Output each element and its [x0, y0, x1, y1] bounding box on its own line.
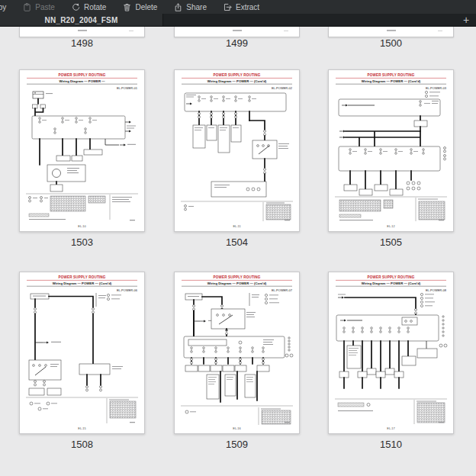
tab-title: NN_R20_2004_FSM [45, 16, 118, 24]
page-corner-smudge [129, 31, 133, 31]
toolbar-button-copy-label: Copy [0, 3, 6, 11]
toolbar-button-delete[interactable]: Delete [123, 3, 157, 11]
schematic-drawing [181, 293, 293, 425]
page-number-label: 1500 [328, 38, 454, 49]
page-subtitle: Wiring Diagram — POWER — (Cont'd) [207, 281, 267, 285]
thumbnail-page-1510[interactable]: POWER SUPPLY ROUTING Wiring Diagram — PO… [328, 272, 454, 434]
page-subtitle: Wiring Diagram — POWER — (Cont'd) [362, 281, 421, 285]
page-number-label: 1510 [328, 439, 454, 450]
tab-active-document[interactable]: NN_R20_2004_FSM [0, 14, 163, 26]
extract-icon [224, 3, 232, 11]
toolbar-button-share[interactable]: Share [174, 3, 207, 11]
diagram-code: EL-POWER-03 [426, 86, 447, 90]
toolbar-button-extract[interactable]: Extract [224, 3, 259, 11]
thumbnail-page-1509[interactable]: POWER SUPPLY ROUTING Wiring Diagram — PO… [174, 272, 300, 434]
diagram-code: EL-POWER-08 [426, 288, 447, 292]
page-footer-smudge [78, 30, 87, 31]
page-footer-code: EL-12 [387, 224, 394, 228]
toolbar-button-copy[interactable]: Copy [0, 3, 6, 11]
wiring-diagram-el-power-08: POWER SUPPLY ROUTING Wiring Diagram — PO… [329, 272, 453, 433]
schematic-drawing [26, 293, 138, 423]
thumbnail-page-1503[interactable]: POWER SUPPLY ROUTING Wiring Diagram — PO… [19, 69, 145, 232]
plus-icon: + [463, 14, 469, 26]
page-subtitle: Wiring Diagram — POWER — (Cont'd) [53, 281, 112, 285]
page-number-label: 1504 [174, 237, 300, 248]
thumbnail-page-1508[interactable]: POWER SUPPLY ROUTING Wiring Diagram — PO… [19, 272, 145, 434]
page-footer-code: EL-17 [387, 426, 394, 430]
page-number-label: 1509 [174, 439, 300, 450]
page-header-title: POWER SUPPLY ROUTING [59, 73, 106, 77]
toolbar-button-paste-label: Paste [35, 3, 55, 11]
page-corner-smudge [438, 31, 442, 31]
delete-icon [123, 3, 131, 11]
tab-bar: NN_R20_2004_FSM + [0, 14, 476, 27]
page-footer-code: EL-16 [233, 426, 240, 430]
wiring-diagram-el-power-07: POWER SUPPLY ROUTING Wiring Diagram — PO… [175, 272, 299, 433]
thumbnail-strip-1498[interactable] [19, 27, 145, 37]
thumbnail-page-1505[interactable]: POWER SUPPLY ROUTING Wiring Diagram — PO… [328, 69, 454, 232]
schematic-drawing [335, 91, 447, 221]
page-number-label: 1498 [19, 38, 145, 49]
wiring-diagram-el-power-01: POWER SUPPLY ROUTING Wiring Diagram — PO… [20, 70, 144, 231]
thumbnail-grid: 1498 1499 1500 POWER SUPPLY ROUTING Wiri… [0, 27, 476, 476]
page-footer-smudge [233, 30, 242, 31]
page-number-label: 1505 [328, 237, 454, 248]
thumbnail-strip-1500[interactable] [328, 27, 454, 37]
page-footer-code: EL-10 [78, 224, 86, 228]
page-header-title: POWER SUPPLY ROUTING [214, 275, 261, 279]
page-footer-code: EL-11 [233, 224, 240, 228]
diagram-code: EL-POWER-06 [117, 288, 138, 292]
diagram-code: EL-POWER-07 [272, 288, 293, 292]
wiring-diagram-el-power-02: POWER SUPPLY ROUTING Wiring Diagram — PO… [175, 70, 299, 231]
wiring-diagram-el-power-06: POWER SUPPLY ROUTING Wiring Diagram — PO… [20, 272, 144, 433]
rotate-icon [72, 3, 80, 11]
diagram-code: EL-POWER-01 [117, 86, 138, 90]
schematic-drawing [335, 293, 447, 424]
thumbnail-page-1504[interactable]: POWER SUPPLY ROUTING Wiring Diagram — PO… [174, 69, 300, 232]
toolbar-button-rotate[interactable]: Rotate [72, 3, 106, 11]
thumbnail-strip-1499[interactable] [174, 27, 300, 37]
toolbar-button-share-label: Share [186, 3, 207, 11]
page-header-title: POWER SUPPLY ROUTING [368, 73, 415, 77]
wiring-diagram-el-power-03: POWER SUPPLY ROUTING Wiring Diagram — PO… [329, 70, 453, 231]
toolbar-button-rotate-label: Rotate [84, 3, 106, 11]
page-footer-code: EL-15 [78, 426, 85, 430]
page-header-title: POWER SUPPLY ROUTING [214, 73, 261, 77]
share-icon [174, 3, 182, 11]
toolbar-button-extract-label: Extract [236, 3, 259, 11]
add-tab-button[interactable]: + [459, 14, 473, 26]
page-subtitle: Wiring Diagram — POWER — (Cont'd) [207, 79, 267, 83]
page-header-title: POWER SUPPLY ROUTING [59, 275, 106, 279]
diagram-code: EL-POWER-02 [272, 86, 293, 90]
page-number-label: 1499 [174, 38, 300, 49]
toolbar-items: Copy Paste Rotate Delete Share Extract [0, 3, 259, 11]
schematic-drawing [181, 93, 293, 221]
page-footer-smudge [387, 30, 396, 31]
paste-icon [23, 3, 31, 11]
schematic-drawing [26, 92, 138, 220]
page-subtitle: Wiring Diagram — POWER — (Cont'd) [362, 79, 421, 83]
page-corner-smudge [284, 31, 288, 31]
toolbar-button-paste[interactable]: Paste [23, 3, 55, 11]
page-number-label: 1503 [19, 237, 145, 248]
toolbar: Copy Paste Rotate Delete Share Extract [0, 0, 476, 14]
page-subtitle: Wiring Diagram — POWER — [59, 79, 105, 83]
page-number-label: 1508 [19, 439, 145, 450]
page-header-title: POWER SUPPLY ROUTING [368, 275, 415, 279]
toolbar-button-delete-label: Delete [135, 3, 157, 11]
